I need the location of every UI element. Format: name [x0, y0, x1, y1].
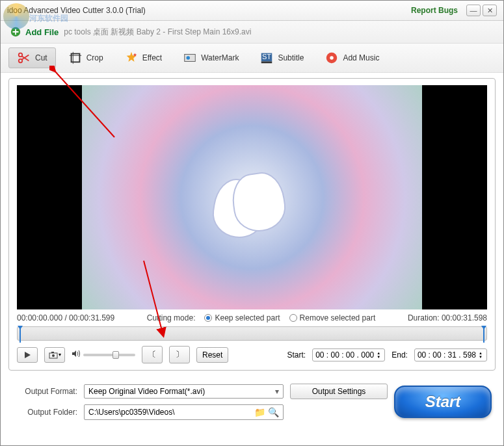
effect-icon: [124, 51, 139, 65]
output-format-select[interactable]: Keep Original Video Format(*.avi)▾: [84, 384, 284, 399]
toolbar: Cut Crop Effect WaterMark ST Subtitle Ad…: [1, 44, 503, 73]
svg-text:ST: ST: [262, 53, 271, 60]
svg-rect-17: [51, 352, 54, 353]
start-time-label: Start:: [287, 350, 306, 360]
file-path: pc tools 桌面 新视频 Baby 2 - First Step Main…: [64, 27, 251, 38]
add-file-icon: [10, 26, 21, 38]
browse-folder-icon[interactable]: 📁: [254, 407, 265, 417]
play-button[interactable]: [17, 347, 38, 363]
editor-panel: 00:00:00.000 / 00:00:31.599 Cutting mode…: [8, 78, 496, 371]
report-bugs-link[interactable]: Report Bugs: [411, 6, 458, 15]
snapshot-button[interactable]: ▾: [44, 347, 65, 363]
tab-effect[interactable]: Effect: [116, 47, 170, 68]
cutting-mode-label: Cutting mode:: [147, 313, 196, 322]
playback-controls: ▾ 〔 〕 Reset Start: 00 : 00 : 00 . 000▲▼ …: [17, 346, 487, 363]
duration-label: Duration: 00:00:31.598: [408, 313, 487, 322]
tab-label: WaterMark: [201, 53, 239, 62]
minimize-button[interactable]: —: [466, 5, 481, 16]
svg-rect-13: [20, 328, 21, 343]
trim-handle-start[interactable]: [18, 326, 24, 343]
tab-watermark[interactable]: WaterMark: [174, 47, 247, 68]
radio-keep-selected[interactable]: Keep selected part: [204, 313, 280, 322]
svg-point-12: [330, 56, 334, 60]
end-time-label: End:: [391, 350, 408, 360]
add-file-bar: Add File pc tools 桌面 新视频 Baby 2 - First …: [1, 21, 503, 44]
close-button[interactable]: ✕: [483, 5, 497, 16]
tab-label: Effect: [142, 53, 162, 62]
crop-icon: [68, 51, 83, 65]
chevron-down-icon: ▾: [275, 387, 279, 396]
svg-point-16: [52, 354, 55, 357]
titlebar: idoo Advanced Video Cutter 3.0.0 (Trial)…: [1, 1, 503, 21]
volume-control[interactable]: [72, 350, 135, 360]
trim-slider[interactable]: [17, 326, 487, 341]
scissors-icon: [17, 51, 31, 65]
time-current: 00:00:00.000 / 00:00:31.599: [17, 313, 114, 322]
time-row: 00:00:00.000 / 00:00:31.599 Cutting mode…: [17, 313, 487, 322]
end-time-input[interactable]: 00 : 00 : 31 . 598▲▼: [414, 348, 487, 361]
volume-icon: [72, 350, 81, 360]
tab-cut[interactable]: Cut: [8, 47, 56, 68]
music-icon: [325, 51, 339, 65]
output-folder-input[interactable]: C:\Users\pc0359\Videos\ 📁 🔍: [84, 404, 284, 420]
output-settings-button[interactable]: Output Settings: [290, 384, 388, 399]
volume-slider[interactable]: [83, 354, 135, 356]
start-button[interactable]: Start: [394, 386, 492, 418]
tab-subtitle[interactable]: ST Subtitle: [251, 47, 312, 68]
tab-label: Add Music: [343, 53, 379, 62]
svg-rect-5: [71, 54, 79, 62]
output-folder-label: Output Folder:: [12, 408, 77, 417]
radio-remove-selected[interactable]: Remove selected part: [289, 313, 376, 322]
subtitle-icon: ST: [259, 51, 274, 65]
bracket-start-button[interactable]: 〔: [142, 346, 163, 363]
add-file-button[interactable]: Add File: [25, 27, 59, 37]
tab-label: Subtitle: [278, 53, 304, 62]
output-format-label: Output Format:: [12, 387, 77, 396]
tab-label: Cut: [35, 53, 47, 62]
svg-point-7: [187, 56, 191, 60]
output-panel: Output Format: Keep Original Video Forma…: [1, 376, 503, 430]
svg-rect-14: [483, 328, 484, 343]
watermark-icon: [183, 51, 197, 65]
tab-crop[interactable]: Crop: [60, 47, 112, 68]
video-preview[interactable]: [17, 85, 487, 309]
trim-handle-end[interactable]: [480, 326, 486, 343]
start-time-input[interactable]: 00 : 00 : 00 . 000▲▼: [312, 348, 385, 361]
bracket-end-button[interactable]: 〕: [169, 346, 190, 363]
reset-button[interactable]: Reset: [196, 347, 228, 363]
svg-rect-10: [261, 62, 272, 64]
tab-addmusic[interactable]: Add Music: [316, 47, 388, 68]
tab-label: Crop: [86, 53, 103, 62]
open-folder-icon[interactable]: 🔍: [268, 407, 279, 417]
app-title: idoo Advanced Video Cutter 3.0.0 (Trial): [7, 6, 411, 15]
